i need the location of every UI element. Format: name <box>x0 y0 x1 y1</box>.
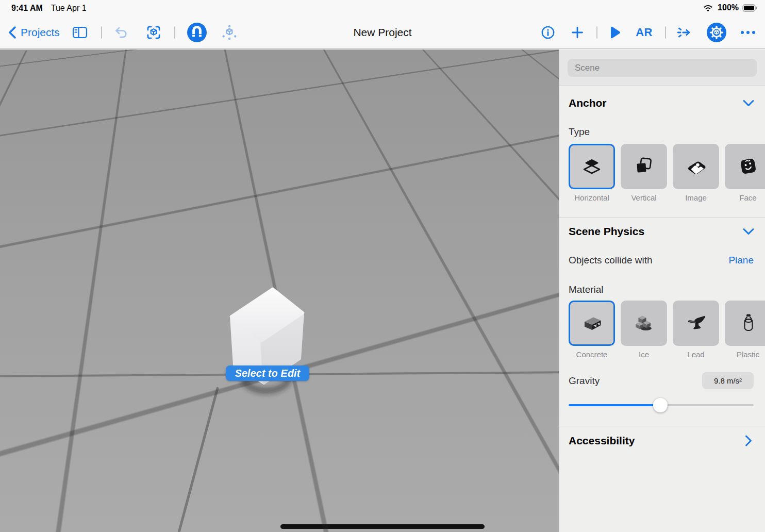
tile-label: Ice <box>639 350 649 359</box>
divider <box>559 426 765 426</box>
gravity-label: Gravity <box>569 375 600 387</box>
divider <box>559 86 765 86</box>
vertical-tile-button[interactable] <box>621 144 667 189</box>
app-screen: 9:41 AM Tue Apr 1 100% New Pro <box>0 0 765 532</box>
back-projects-button[interactable]: Projects <box>7 26 60 39</box>
horizontal-tile-button[interactable] <box>569 144 615 189</box>
frame-object-icon <box>145 24 162 41</box>
scene-canvas[interactable]: Select to Edit <box>0 49 559 532</box>
battery-percent: 100% <box>718 3 739 12</box>
send-behavior-button[interactable] <box>676 25 692 40</box>
anchor-type-options: Horizontal Vertical <box>569 144 765 202</box>
sidebar-icon <box>72 26 88 39</box>
tile-label: Plastic <box>737 350 759 359</box>
send-behavior-icon <box>676 25 692 40</box>
slider-thumb[interactable] <box>653 398 668 412</box>
tile-label: Horizontal <box>574 193 609 202</box>
tile-label: Concrete <box>576 350 608 359</box>
material-options: Concrete <box>569 301 765 359</box>
toolbar-separator <box>596 26 597 39</box>
sidebar-toggle-button[interactable] <box>72 26 88 39</box>
ar-view-button[interactable]: AR <box>636 26 653 39</box>
physics-title: Scene Physics <box>569 225 644 238</box>
chevron-down-icon <box>742 99 755 107</box>
add-object-button[interactable] <box>571 26 584 39</box>
lead-tile-button[interactable] <box>673 301 719 346</box>
inspector-panel: Scene Anchor Type <box>559 49 765 532</box>
scene-name-field[interactable]: Scene <box>568 59 757 77</box>
concrete-block-icon <box>580 311 604 335</box>
anchor-type-horizontal: Horizontal <box>569 144 615 202</box>
toolbar-separator <box>174 26 175 39</box>
status-time: 9:41 AM <box>11 4 43 13</box>
status-date: Tue Apr 1 <box>51 4 87 13</box>
material-concrete: Concrete <box>569 301 615 359</box>
back-label: Projects <box>21 26 60 39</box>
material-plastic: Plastic <box>725 301 765 359</box>
collide-row: Objects collide with Plane <box>569 255 765 266</box>
physics-preview-button[interactable] <box>222 25 237 40</box>
physics-collapse-button[interactable] <box>742 227 755 236</box>
magnet-icon <box>187 22 207 43</box>
toolbar-separator <box>665 26 666 39</box>
more-button[interactable] <box>740 30 756 35</box>
divider <box>559 218 765 218</box>
accessibility-section-header: Accessibility <box>569 435 765 447</box>
horizontal-plane-icon <box>580 155 604 178</box>
anchor-collapse-button[interactable] <box>742 99 755 107</box>
ellipsis-icon <box>740 30 756 35</box>
vertical-plane-icon <box>632 155 656 178</box>
toolbar-right-group: AR <box>541 16 756 48</box>
collide-value-button[interactable]: Plane <box>728 255 754 266</box>
anchor-type-face: Face <box>725 144 765 202</box>
play-button[interactable] <box>609 26 621 39</box>
toolbar-left-group: Projects <box>7 16 237 48</box>
scene-settings-gear-icon <box>706 22 727 43</box>
info-button[interactable] <box>541 25 555 40</box>
inspector-header: Scene <box>559 49 765 86</box>
material-label: Material <box>569 284 765 295</box>
status-bar-left: 9:41 AM Tue Apr 1 <box>11 4 87 13</box>
image-tile-button[interactable] <box>673 144 719 189</box>
status-bar-right: 100% <box>702 3 758 12</box>
slider-fill <box>569 404 660 406</box>
undo-button[interactable] <box>114 26 129 39</box>
tile-label: Lead <box>687 350 704 359</box>
face-tile-button[interactable] <box>725 144 765 189</box>
ice-tile-button[interactable] <box>621 301 667 346</box>
scene-settings-button[interactable] <box>706 22 727 43</box>
undo-icon <box>114 26 129 39</box>
snap-toggle-button[interactable] <box>187 22 207 43</box>
chevron-down-icon <box>742 227 755 236</box>
tile-label: Image <box>685 193 707 202</box>
accessibility-title: Accessibility <box>569 435 635 447</box>
gravity-slider[interactable] <box>569 398 754 412</box>
accessibility-disclosure-button[interactable] <box>744 435 753 447</box>
anchor-type-image: Image <box>673 144 719 202</box>
tile-label: Face <box>739 193 756 202</box>
type-label: Type <box>569 126 765 138</box>
anchor-title: Anchor <box>569 97 607 109</box>
plastic-tile-button[interactable] <box>725 301 765 346</box>
image-anchor-icon <box>684 155 708 178</box>
tile-label: Vertical <box>631 193 656 202</box>
material-ice: Ice <box>621 301 667 359</box>
info-icon <box>541 25 555 40</box>
ice-cubes-icon <box>632 311 656 335</box>
select-to-edit-callout[interactable]: Select to Edit <box>226 365 309 381</box>
physics-section-header: Scene Physics <box>569 225 765 238</box>
chevron-right-icon <box>744 435 753 447</box>
cube-object[interactable] <box>222 276 325 400</box>
play-icon <box>609 26 621 39</box>
concrete-tile-button[interactable] <box>569 301 615 346</box>
plus-icon <box>571 26 584 39</box>
anchor-section-header: Anchor <box>569 97 765 109</box>
toolbar-separator <box>101 26 102 39</box>
home-indicator[interactable] <box>280 524 485 529</box>
physics-cube-icon <box>222 25 237 40</box>
main-area: Select to Edit Scene Anchor <box>0 49 765 532</box>
face-anchor-icon <box>736 155 760 178</box>
frame-object-button[interactable] <box>145 24 162 41</box>
collide-label: Objects collide with <box>569 255 653 266</box>
battery-icon <box>742 4 758 12</box>
